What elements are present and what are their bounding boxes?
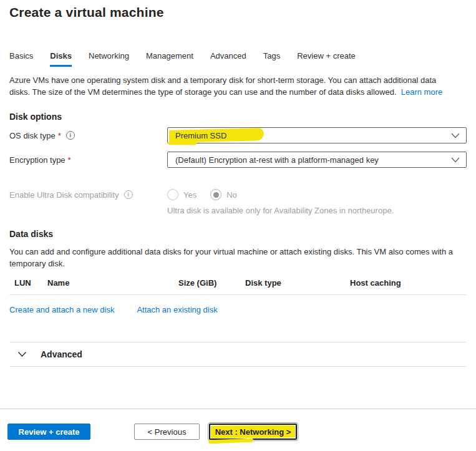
os-disk-type-value: Premium SSD	[175, 131, 226, 140]
advanced-expander-label: Advanced	[41, 349, 82, 359]
advanced-expander[interactable]: Advanced	[9, 342, 467, 367]
tab-review-create[interactable]: Review + create	[297, 51, 356, 65]
radio-circle-icon	[167, 189, 178, 200]
intro-body: Azure VMs have one operating system disk…	[9, 75, 436, 97]
ultra-disk-radio-no[interactable]: No	[210, 189, 237, 200]
info-icon[interactable]: i	[66, 131, 75, 140]
column-header-lun: LUN	[14, 278, 47, 288]
data-disks-description: You can add and configure additional dat…	[9, 246, 467, 269]
data-disks-table: LUN Name Size (GiB) Disk type Host cachi…	[9, 274, 467, 295]
yellow-highlight-annotation	[208, 439, 253, 444]
create-vm-page: Create a virtual machine Basics Disks Ne…	[0, 0, 476, 451]
previous-button[interactable]: < Previous	[134, 424, 200, 440]
os-disk-type-label: OS disk type * i	[9, 131, 167, 140]
os-disk-type-dropdown[interactable]: Premium SSD	[167, 127, 467, 143]
tab-management[interactable]: Management	[146, 51, 193, 65]
learn-more-link[interactable]: Learn more	[401, 87, 442, 97]
column-header-size: Size (GiB)	[178, 278, 245, 288]
tab-tags[interactable]: Tags	[263, 51, 280, 65]
ultra-disk-radio-group: Yes No	[167, 189, 237, 200]
data-disk-actions: Create and attach a new disk Attach an e…	[9, 305, 467, 314]
os-disk-type-row: OS disk type * i Premium SSD	[9, 127, 467, 143]
page-title: Create a virtual machine	[9, 5, 467, 20]
chevron-down-icon	[451, 157, 460, 163]
attach-existing-disk-link[interactable]: Attach an existing disk	[137, 305, 217, 314]
review-create-button[interactable]: Review + create	[7, 424, 90, 440]
ultra-disk-note: Ultra disk is available only for Availab…	[167, 206, 467, 215]
info-icon[interactable]: i	[124, 190, 133, 199]
radio-circle-icon	[210, 189, 221, 200]
column-header-disk-type: Disk type	[245, 278, 350, 288]
tab-networking[interactable]: Networking	[89, 51, 129, 65]
required-asterisk: *	[68, 155, 71, 165]
tab-advanced[interactable]: Advanced	[210, 51, 246, 65]
column-header-host-caching: Host caching	[350, 278, 467, 288]
tab-basics[interactable]: Basics	[9, 51, 33, 65]
encryption-type-value: (Default) Encryption at-rest with a plat…	[175, 155, 379, 165]
chevron-down-icon	[17, 351, 27, 357]
data-disks-table-header: LUN Name Size (GiB) Disk type Host cachi…	[9, 274, 467, 295]
ultra-disk-label: Enable Ultra Disk compatibility i	[9, 190, 167, 200]
disks-intro-text: Azure VMs have one operating system disk…	[9, 74, 446, 98]
create-attach-new-disk-link[interactable]: Create and attach a new disk	[9, 305, 114, 314]
encryption-type-label: Encryption type *	[9, 155, 167, 165]
ultra-disk-radio-yes[interactable]: Yes	[167, 189, 197, 200]
tab-disks[interactable]: Disks	[50, 51, 72, 67]
next-networking-button[interactable]: Next : Networking >	[209, 424, 297, 440]
wizard-tabs: Basics Disks Networking Management Advan…	[9, 51, 467, 67]
disk-options-heading: Disk options	[9, 112, 467, 122]
ultra-disk-row: Enable Ultra Disk compatibility i Yes No	[9, 189, 467, 200]
data-disks-heading: Data disks	[9, 229, 467, 239]
wizard-footer: Review + create < Previous Next : Networ…	[0, 409, 476, 440]
column-header-name: Name	[47, 278, 178, 288]
required-asterisk: *	[58, 131, 61, 140]
encryption-type-dropdown[interactable]: (Default) Encryption at-rest with a plat…	[167, 152, 467, 168]
chevron-down-icon	[451, 133, 460, 138]
encryption-type-row: Encryption type * (Default) Encryption a…	[9, 152, 467, 168]
